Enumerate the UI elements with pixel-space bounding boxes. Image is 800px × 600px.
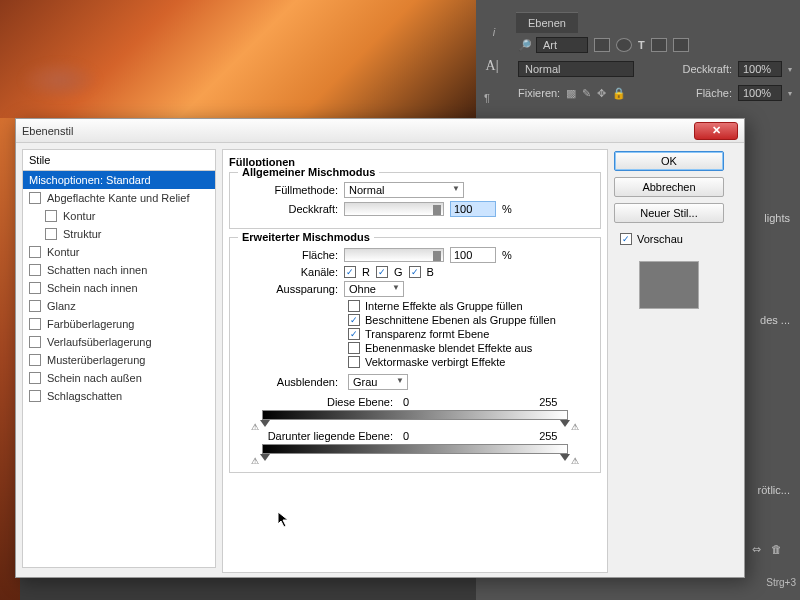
layer-name-fragment: rötlic... xyxy=(758,484,790,496)
this-layer-black-slider[interactable] xyxy=(260,420,270,427)
character-panel-icon[interactable]: A| xyxy=(480,58,504,78)
lock-position-icon[interactable]: ✥ xyxy=(597,87,606,100)
opacity-value[interactable]: 100% xyxy=(738,61,782,77)
fill-opacity-input[interactable]: 100 xyxy=(450,247,496,263)
advanced-blend-fieldset: Erweiterter Mischmodus Fläche: 100 % Kan… xyxy=(229,237,601,473)
trash-icon[interactable]: 🗑 xyxy=(771,543,782,556)
styles-list-panel: Stile Mischoptionen: StandardAbgeflachte… xyxy=(22,149,216,573)
style-item-label: Abgeflachte Kante und Relief xyxy=(47,192,190,204)
style-item[interactable]: Schein nach außen xyxy=(23,369,215,387)
preview-swatch xyxy=(639,261,699,309)
knockout-dropdown[interactable]: Ohne xyxy=(344,281,404,297)
info-icon[interactable]: i xyxy=(482,20,506,44)
style-item-label: Schein nach innen xyxy=(47,282,138,294)
background-artwork xyxy=(0,0,476,118)
layer-mask-hides-checkbox[interactable] xyxy=(348,342,360,354)
underlying-black-slider[interactable] xyxy=(260,454,270,461)
underlying-white-slider[interactable] xyxy=(560,454,570,461)
channel-g-checkbox[interactable] xyxy=(376,266,388,278)
link-layers-icon[interactable]: ⇔ xyxy=(752,543,761,556)
style-checkbox[interactable] xyxy=(45,210,57,222)
style-item-label: Schatten nach innen xyxy=(47,264,147,276)
new-style-button[interactable]: Neuer Stil... xyxy=(614,203,724,223)
style-item[interactable]: Glanz xyxy=(23,297,215,315)
lock-all-icon[interactable]: 🔒 xyxy=(612,87,626,100)
style-item[interactable]: Struktur xyxy=(23,225,215,243)
style-checkbox[interactable] xyxy=(29,246,41,258)
this-layer-label: Diese Ebene: xyxy=(238,396,393,408)
this-layer-high: 255 xyxy=(539,396,557,408)
layers-tab[interactable]: Ebenen xyxy=(516,12,578,33)
this-layer-low: 0 xyxy=(403,396,409,408)
general-blend-legend: Allgemeiner Mischmodus xyxy=(238,166,379,178)
layer-mask-hides-label: Ebenenmaske blendet Effekte aus xyxy=(365,342,532,354)
style-checkbox[interactable] xyxy=(29,318,41,330)
opacity-input[interactable]: 100 xyxy=(450,201,496,217)
channel-b-checkbox[interactable] xyxy=(409,266,421,278)
filter-shape-icon[interactable] xyxy=(651,38,667,52)
style-item[interactable]: Schein nach innen xyxy=(23,279,215,297)
style-item[interactable]: Musterüberlagerung xyxy=(23,351,215,369)
warning-icon: ⚠ xyxy=(571,422,579,432)
ok-button[interactable]: OK xyxy=(614,151,724,171)
blend-mode-dropdown[interactable]: Normal xyxy=(344,182,464,198)
general-blend-fieldset: Allgemeiner Mischmodus Füllmethode: Norm… xyxy=(229,172,601,229)
style-item[interactable]: Verlaufsüberlagerung xyxy=(23,333,215,351)
style-checkbox[interactable] xyxy=(29,300,41,312)
warning-icon: ⚠ xyxy=(571,456,579,466)
blendif-dropdown[interactable]: Grau xyxy=(348,374,408,390)
style-checkbox[interactable] xyxy=(29,390,41,402)
preview-checkbox[interactable] xyxy=(620,233,632,245)
filter-smart-icon[interactable] xyxy=(673,38,689,52)
preview-label: Vorschau xyxy=(637,233,683,245)
this-layer-gradient[interactable]: ⚠ ⚠ xyxy=(262,410,568,420)
this-layer-white-slider[interactable] xyxy=(560,420,570,427)
style-item[interactable]: Mischoptionen: Standard xyxy=(23,171,215,189)
lock-transparency-icon[interactable]: ▩ xyxy=(566,87,576,100)
channel-r-checkbox[interactable] xyxy=(344,266,356,278)
style-checkbox[interactable] xyxy=(29,372,41,384)
fill-opacity-slider[interactable] xyxy=(344,248,444,262)
underlying-high: 255 xyxy=(539,430,557,442)
style-item[interactable]: Schatten nach innen xyxy=(23,261,215,279)
style-item[interactable]: Schlagschatten xyxy=(23,387,215,405)
fill-value[interactable]: 100% xyxy=(738,85,782,101)
underlying-gradient[interactable]: ⚠ ⚠ xyxy=(262,444,568,454)
transparency-shapes-label: Transparenz formt Ebene xyxy=(365,328,489,340)
style-item-label: Schein nach außen xyxy=(47,372,142,384)
style-checkbox[interactable] xyxy=(29,336,41,348)
percent-label: % xyxy=(502,249,512,261)
opacity-slider[interactable] xyxy=(344,202,444,216)
filter-pixel-icon[interactable] xyxy=(594,38,610,52)
warning-icon: ⚠ xyxy=(251,456,259,466)
style-checkbox[interactable] xyxy=(29,192,41,204)
blend-mode-select[interactable]: Normal xyxy=(518,61,634,77)
styles-header[interactable]: Stile xyxy=(22,149,216,170)
vector-mask-hides-checkbox[interactable] xyxy=(348,356,360,368)
transparency-shapes-checkbox[interactable] xyxy=(348,328,360,340)
filter-type-icon[interactable]: T xyxy=(638,39,645,51)
blend-interior-checkbox[interactable] xyxy=(348,300,360,312)
filter-type-select[interactable]: Art xyxy=(536,37,588,53)
style-item-label: Schlagschatten xyxy=(47,390,122,402)
cancel-button[interactable]: Abbrechen xyxy=(614,177,724,197)
blendif-label: Ausblenden: xyxy=(238,376,338,388)
dialog-titlebar[interactable]: Ebenenstil ✕ xyxy=(16,119,744,143)
style-item[interactable]: Kontur xyxy=(23,207,215,225)
fill-opacity-label: Fläche: xyxy=(238,249,338,261)
style-checkbox[interactable] xyxy=(29,354,41,366)
style-checkbox[interactable] xyxy=(29,282,41,294)
style-item[interactable]: Kontur xyxy=(23,243,215,261)
style-item[interactable]: Abgeflachte Kante und Relief xyxy=(23,189,215,207)
paragraph-panel-icon[interactable]: ¶ xyxy=(484,92,500,108)
blend-clipped-checkbox[interactable] xyxy=(348,314,360,326)
search-icon: 🔎 xyxy=(518,39,530,52)
lock-paint-icon[interactable]: ✎ xyxy=(582,87,591,100)
close-button[interactable]: ✕ xyxy=(694,122,738,140)
filter-adjust-icon[interactable] xyxy=(616,38,632,52)
underlying-layer-label: Darunter liegende Ebene: xyxy=(238,430,393,442)
style-item-label: Glanz xyxy=(47,300,76,312)
style-checkbox[interactable] xyxy=(29,264,41,276)
style-checkbox[interactable] xyxy=(45,228,57,240)
style-item[interactable]: Farbüberlagerung xyxy=(23,315,215,333)
